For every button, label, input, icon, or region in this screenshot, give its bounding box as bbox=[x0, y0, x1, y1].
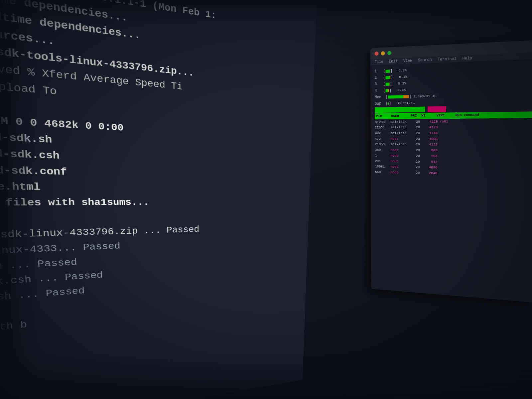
proc-pri: 20 bbox=[411, 153, 420, 159]
cpu-pct: 5.1% bbox=[394, 81, 406, 86]
maximize-button[interactable] bbox=[387, 51, 391, 55]
proc-extra: ro01 bbox=[440, 119, 448, 125]
proc-pid: 21853 bbox=[375, 142, 388, 147]
mem-bar-orange bbox=[403, 95, 409, 98]
cpu-label: 2 bbox=[375, 75, 383, 81]
close-button[interactable] bbox=[374, 51, 378, 56]
cpu-label: 3 bbox=[375, 81, 383, 87]
proc-pid: 902 bbox=[375, 131, 389, 136]
menu-file[interactable]: File bbox=[375, 60, 383, 64]
proc-pid: 231 bbox=[375, 158, 389, 164]
proc-user-root: root bbox=[390, 136, 409, 142]
proc-pri: 20 bbox=[411, 136, 420, 142]
cpu-pct: 6.1% bbox=[395, 74, 407, 80]
col-pri: PRI bbox=[411, 113, 419, 119]
proc-user: saikiran bbox=[390, 130, 409, 136]
cpu-pct: 3.8% bbox=[393, 87, 406, 93]
tag-green bbox=[375, 107, 425, 113]
process-row: 22651 saikiran 20 4128 bbox=[375, 124, 532, 131]
cpu-bar-green bbox=[386, 76, 390, 79]
col-ni: NI bbox=[421, 113, 428, 119]
proc-pri: 20 bbox=[411, 119, 420, 125]
cpu-bar-orange bbox=[388, 89, 389, 92]
col-cmd: Command bbox=[464, 112, 479, 118]
proc-user: saikiran bbox=[390, 125, 409, 130]
proc-pid: 380 bbox=[375, 147, 388, 153]
proc-res: 2048 bbox=[422, 170, 437, 176]
col-virt: VIRT bbox=[430, 113, 445, 119]
cpu-bar-orange bbox=[389, 82, 390, 85]
terminal-content: 1 [ ] 6.0% 2 [ ] 6.1% 3 [ ] 5.1% bbox=[370, 59, 532, 297]
menu-view[interactable]: View bbox=[403, 59, 412, 63]
proc-res: 4128 bbox=[422, 119, 438, 125]
swp-values: 0G/31.4G bbox=[393, 100, 415, 106]
menu-edit[interactable]: Edit bbox=[389, 59, 398, 64]
process-list: 31208 saikiran 20 4128 ro01 22651 saikir… bbox=[375, 118, 532, 178]
screen: installing package package: android-sdk … bbox=[0, 0, 532, 399]
cpu-label: 1 bbox=[375, 68, 383, 75]
separator bbox=[375, 106, 532, 112]
cpu-label: 4 bbox=[375, 88, 383, 94]
proc-res: 1748 bbox=[422, 130, 438, 136]
proc-user: saikiran bbox=[390, 119, 409, 125]
mem-bar-green bbox=[388, 95, 403, 99]
proc-res: 4128 bbox=[422, 125, 438, 131]
proc-pri: 20 bbox=[411, 125, 420, 130]
proc-pri: 20 bbox=[410, 170, 420, 176]
swp-label: Swp bbox=[375, 101, 386, 107]
proc-res: 1008 bbox=[422, 136, 438, 142]
proc-pid: 31208 bbox=[375, 119, 389, 125]
cpu-bar-orange bbox=[390, 76, 391, 79]
cpu-bar-green bbox=[386, 82, 389, 86]
proc-pri: 20 bbox=[411, 142, 420, 148]
proc-res: 512 bbox=[422, 159, 437, 165]
proc-user-root: root bbox=[390, 159, 409, 165]
minimize-button[interactable] bbox=[381, 51, 385, 56]
proc-pid: 472 bbox=[375, 136, 388, 142]
proc-res: 4128 bbox=[422, 142, 438, 148]
proc-user-root: root bbox=[390, 153, 409, 159]
proc-pid: 22651 bbox=[375, 125, 389, 131]
proc-res: 4096 bbox=[422, 165, 437, 171]
proc-pri: 20 bbox=[410, 164, 420, 170]
menu-terminal[interactable]: Terminal bbox=[438, 57, 457, 62]
proc-pid: 568 bbox=[375, 169, 389, 175]
proc-user-root: root bbox=[390, 164, 409, 170]
proc-pri: 20 bbox=[411, 130, 420, 136]
proc-res: 256 bbox=[422, 153, 437, 159]
process-row: 902 saikiran 20 1748 bbox=[375, 130, 532, 136]
cpu-bar-green bbox=[386, 69, 390, 73]
proc-pid: 10981 bbox=[375, 164, 389, 170]
terminal-main: installing package package: android-sdk … bbox=[0, 0, 317, 399]
swp-bar bbox=[388, 102, 389, 105]
terminal-fg: File Edit View Search Terminal Help 1 [ … bbox=[370, 40, 532, 303]
proc-pri: 20 bbox=[411, 159, 420, 165]
tag-pink bbox=[428, 106, 446, 112]
proc-pid: 1 bbox=[375, 153, 389, 159]
col-res: RES bbox=[447, 113, 462, 118]
col-pid: PID bbox=[376, 114, 389, 119]
mem-label: Mem bbox=[375, 94, 386, 100]
cpu-bar-green bbox=[386, 89, 388, 92]
cpu-pct: 6.0% bbox=[394, 68, 407, 74]
proc-user: saikiran bbox=[390, 142, 409, 147]
proc-pri: 20 bbox=[411, 148, 420, 153]
menu-help[interactable]: Help bbox=[463, 56, 472, 61]
proc-res: 800 bbox=[422, 148, 437, 154]
process-row: 472 root 20 1008 bbox=[375, 136, 532, 142]
proc-user-root: root bbox=[390, 147, 409, 153]
proc-user-root: root bbox=[390, 170, 409, 176]
menu-search[interactable]: Search bbox=[418, 58, 432, 63]
mem-values: 2.89G/31.4G bbox=[413, 93, 436, 99]
col-user: USER bbox=[391, 113, 409, 119]
